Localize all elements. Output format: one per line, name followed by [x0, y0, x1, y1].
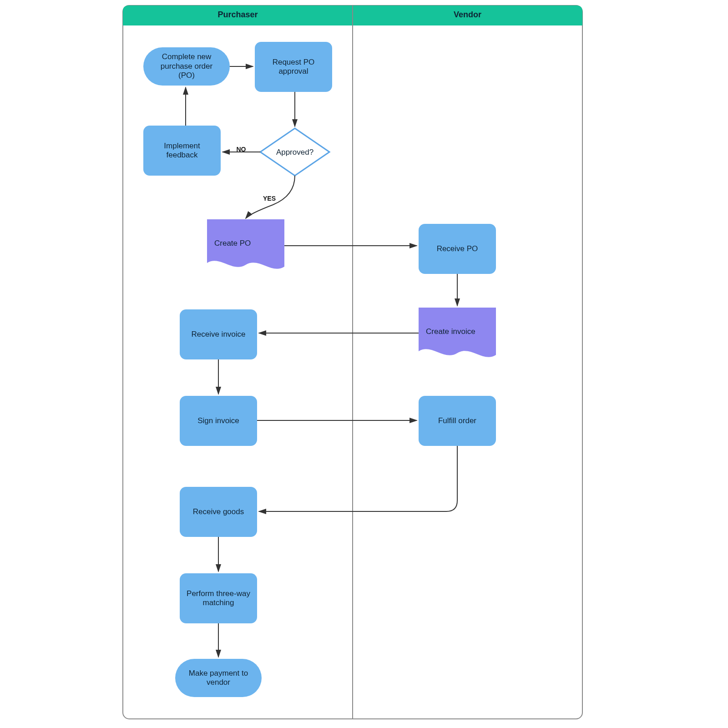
- node-create-invoice: [419, 308, 496, 357]
- node-receive-invoice: [180, 309, 257, 359]
- swimlane-diagram: [0, 0, 728, 728]
- node-approved: [260, 128, 329, 176]
- arrow-approved-yes: [246, 176, 295, 218]
- node-make-payment: [175, 659, 262, 697]
- node-receive-goods: [180, 487, 257, 537]
- node-three-way: [180, 573, 257, 623]
- node-create-po: [207, 219, 284, 269]
- arrow-fulfill-to-receivegoods: [259, 446, 457, 511]
- swimlane-vendor-label: Vendor: [353, 10, 582, 20]
- swimlane-purchaser-label: Purchaser: [123, 10, 353, 20]
- node-fulfill-order: [419, 396, 496, 446]
- node-receive-po: [419, 224, 496, 274]
- node-complete-po: [143, 47, 230, 86]
- node-request-approval: [255, 42, 332, 92]
- node-sign-invoice: [180, 396, 257, 446]
- node-implement-feedback: [143, 126, 221, 176]
